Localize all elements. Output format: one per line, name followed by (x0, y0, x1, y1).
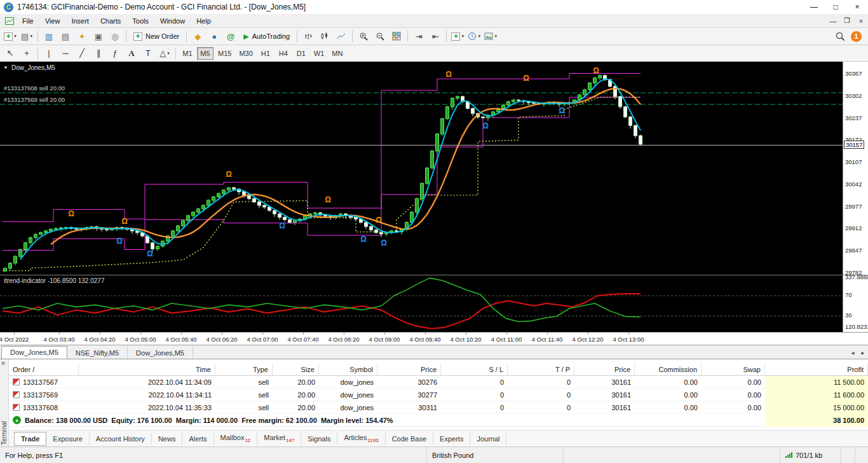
zoom-out-button[interactable] (372, 29, 388, 43)
line-chart-button[interactable] (334, 29, 349, 43)
mdi-minimize-button[interactable]: — (826, 17, 840, 25)
vertical-line-button[interactable]: | (41, 46, 57, 60)
text-button[interactable]: A (124, 46, 139, 60)
terminal-tab-alerts[interactable]: Alerts (182, 432, 214, 445)
minimize-button[interactable]: — (803, 1, 825, 13)
indicators-button[interactable]: +▾ (450, 29, 465, 43)
tabs-scroll-left-button[interactable]: ◂ (848, 349, 858, 359)
terminal-tab-trade[interactable]: Trade (14, 432, 46, 446)
channel-button[interactable]: ∥ (91, 46, 106, 60)
trendline-button[interactable]: ╱ (74, 46, 90, 60)
column-tp[interactable]: T / P (508, 363, 574, 375)
chart-area[interactable]: ΩΩΩΩΩΩΩΩΩΩΩΩΩΩΩ ▼ Dow_Jones,M5 #13313760… (0, 62, 843, 275)
app-icon: C (4, 3, 13, 12)
timeframe-h1[interactable]: H1 (257, 47, 274, 60)
order-row[interactable]: 1331376082022.10.04 11:35:33sell20.00dow… (9, 401, 868, 414)
close-button[interactable]: × (846, 1, 868, 13)
mdi-restore-button[interactable]: ❐ (840, 17, 854, 25)
order-row[interactable]: 1331375692022.10.04 11:34:11sell20.00dow… (9, 389, 868, 401)
one-click-trading-arrow[interactable]: ▼ (3, 65, 8, 71)
column-symbol[interactable]: Symbol (319, 363, 377, 375)
metaeditor-button[interactable]: ◆ (190, 29, 205, 43)
cursor-button[interactable]: ↖ (3, 46, 18, 60)
chart-tab-1[interactable]: NSE_Nifty,M5 (67, 347, 128, 359)
terminal-tab-articles[interactable]: Articles1193 (337, 431, 385, 446)
strategy-tester-button[interactable]: ◎ (107, 29, 123, 43)
terminal-tab-code-base[interactable]: Code Base (386, 432, 433, 445)
column-swap[interactable]: Swap (702, 363, 765, 375)
menu-charts[interactable]: Charts (95, 15, 126, 27)
terminal-tab-account-history[interactable]: Account History (90, 432, 152, 445)
status-connection[interactable]: 701/1 kb (780, 447, 841, 463)
fibonacci-button[interactable]: ƒ (107, 46, 123, 60)
column-size[interactable]: Size (273, 363, 319, 375)
zoom-in-button[interactable] (356, 29, 371, 43)
column-time[interactable]: Time (79, 363, 215, 375)
chart-tab-2[interactable]: Dow_Jones,M5 (128, 347, 193, 359)
menu-view[interactable]: View (39, 15, 66, 27)
crosshair-button[interactable]: + (19, 46, 34, 60)
new-order-button[interactable]: + New Order (129, 29, 184, 43)
order-row[interactable]: 1331375672022.10.04 11:34:09sell20.00dow… (9, 376, 868, 389)
column-sl[interactable]: S / L (441, 363, 508, 375)
auto-scroll-button[interactable]: ⇥ (411, 29, 426, 43)
options-button[interactable]: ● (207, 29, 222, 43)
bar-chart-button[interactable] (301, 29, 316, 43)
navigator-button[interactable]: ✦ (74, 29, 90, 43)
tabs-scroll-right-button[interactable]: ▸ (858, 349, 868, 359)
terminal-tab-signals[interactable]: Signals (301, 432, 337, 445)
templates-button[interactable]: ▾ (483, 29, 498, 43)
terminal-button[interactable]: ▣ (91, 29, 106, 43)
timeframe-m30[interactable]: M30 (236, 47, 255, 60)
autotrading-button[interactable]: ▶ AutoTrading (239, 29, 294, 43)
chart-tab-0[interactable]: Dow_Jones,M5 (1, 346, 67, 359)
timeframe-m15[interactable]: M15 (215, 47, 234, 60)
column-price2[interactable]: Price (574, 363, 635, 375)
periods-button[interactable]: ▾ (466, 29, 482, 43)
candlestick-button[interactable] (317, 29, 332, 43)
price-axis[interactable]: 3036730302302373017230107300422997729912… (843, 62, 868, 332)
column-price[interactable]: Price (377, 363, 441, 375)
status-instrument[interactable]: British Pound (427, 447, 564, 463)
balance-row[interactable]: ▲ Balance: 138 000.00 USD Equity: 176 10… (9, 414, 868, 427)
menu-file[interactable]: File (17, 15, 39, 27)
timeframe-d1[interactable]: D1 (293, 47, 309, 60)
terminal-tab-experts[interactable]: Experts (433, 432, 470, 445)
tile-windows-button[interactable] (389, 29, 404, 43)
timeframe-h4[interactable]: H4 (275, 47, 292, 60)
timeframe-mn[interactable]: MN (329, 47, 346, 60)
timeframe-m5[interactable]: M5 (197, 47, 214, 60)
timeframe-m1[interactable]: M1 (179, 47, 196, 60)
menu-window[interactable]: Window (154, 15, 191, 27)
notification-badge[interactable]: 1 (851, 31, 862, 42)
data-window-button[interactable]: ▤ (58, 29, 73, 43)
menu-insert[interactable]: Insert (65, 15, 95, 27)
profiles-button[interactable]: ▤▾ (19, 29, 34, 43)
column-type[interactable]: Type (215, 363, 273, 375)
market-watch-button[interactable]: ▥ (41, 29, 57, 43)
terminal-tab-news[interactable]: News (152, 432, 183, 445)
community-button[interactable]: @ (223, 29, 238, 43)
time-axis[interactable]: 4 Oct 20224 Oct 03:404 Oct 04:204 Oct 05… (0, 332, 868, 345)
terminal-tab-journal[interactable]: Journal (470, 432, 506, 445)
mdi-close-button[interactable]: × (854, 17, 868, 25)
shapes-button[interactable]: △▾ (157, 46, 172, 60)
column-commission[interactable]: Commission (635, 363, 702, 375)
indicator-tick: 70 (845, 291, 852, 298)
maximize-button[interactable]: □ (825, 1, 846, 13)
timeframe-w1[interactable]: W1 (311, 47, 328, 60)
terminal-tab-exposure[interactable]: Exposure (46, 432, 89, 445)
column-order[interactable]: Order / (9, 363, 79, 375)
terminal-close-button[interactable]: × (1, 360, 5, 367)
terminal-tab-mailbox[interactable]: Mailbox12 (214, 431, 258, 446)
menu-tools[interactable]: Tools (126, 15, 154, 27)
horizontal-line-button[interactable]: ─ (58, 46, 73, 60)
menu-help[interactable]: Help (191, 15, 217, 27)
label-button[interactable]: T (140, 46, 156, 60)
column-profit[interactable]: Profit (765, 363, 868, 375)
new-chart-button[interactable]: +▾ (3, 29, 18, 43)
search-button[interactable] (832, 29, 848, 43)
indicator-area[interactable]: itrend-indicator -106.8500 132.0277 (0, 275, 843, 332)
terminal-tab-market[interactable]: Market147 (257, 431, 301, 446)
chart-shift-button[interactable]: ⇤ (428, 29, 443, 43)
